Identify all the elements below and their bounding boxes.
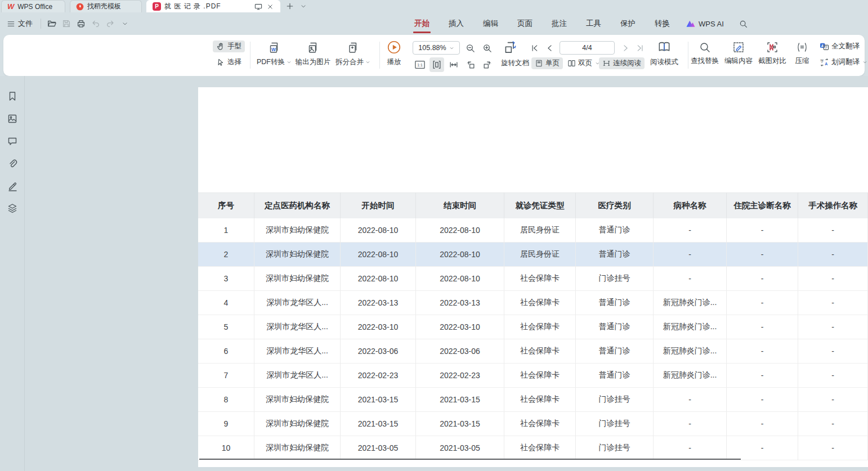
svg-text:字: 字: [820, 59, 824, 63]
rotate-document-button[interactable]: 旋转文档: [498, 57, 533, 69]
undo-button[interactable]: [88, 16, 103, 31]
table-cell: 2021-03-15: [416, 388, 504, 412]
quick-access-chevron-icon[interactable]: [118, 16, 132, 31]
last-page-button[interactable]: [633, 41, 647, 55]
redo-button[interactable]: [103, 16, 118, 31]
pdf-convert-button[interactable]: W PDF转换: [254, 41, 294, 67]
play-button[interactable]: 播放: [382, 40, 406, 67]
search-menu-icon[interactable]: [736, 16, 751, 31]
prev-page-button[interactable]: [542, 41, 557, 55]
rotate-left-button[interactable]: [463, 57, 478, 72]
zoom-in-button[interactable]: [480, 41, 494, 55]
table-cell: 深圳市妇幼保健院: [254, 243, 341, 267]
save-button[interactable]: [59, 16, 74, 31]
table-cell: -: [654, 436, 727, 460]
table-row: 5深圳市龙华区人...2022-03-102022-03-10社会保障卡普通门诊…: [198, 315, 868, 339]
comment-icon[interactable]: [7, 136, 18, 147]
table-cell: 普通门诊: [576, 218, 654, 243]
bookmark-icon[interactable]: [7, 91, 18, 102]
table-cell: -: [727, 339, 798, 364]
compress-button[interactable]: 压缩: [789, 41, 815, 66]
document-viewport[interactable]: 序号定点医药机构名称开始时间结束时间就诊凭证类型医疗类别病种名称住院主诊断名称手…: [0, 76, 868, 471]
table-cell: 2022-03-06: [416, 339, 504, 364]
table-bottom-border: [199, 459, 741, 460]
table-cell: 居民身份证: [504, 243, 576, 267]
tab-annotate[interactable]: 批注: [548, 13, 570, 34]
table-cell: 深圳市龙华区人...: [254, 364, 341, 388]
next-page-button[interactable]: [618, 41, 633, 55]
page-number-input[interactable]: 4/4: [560, 41, 615, 55]
wps-ai-logo-icon: [686, 20, 696, 28]
edit-content-button[interactable]: 编辑内容: [723, 41, 754, 66]
edit-pencil-icon: [732, 41, 745, 53]
hand-tool-button[interactable]: 手型: [213, 41, 245, 52]
single-page-button[interactable]: 单页: [531, 57, 563, 69]
export-image-button[interactable]: 输出为图片: [292, 41, 334, 67]
first-page-button[interactable]: [527, 41, 542, 55]
zoom-out-button[interactable]: [463, 41, 477, 55]
table-cell: -: [798, 436, 868, 460]
close-tab-icon[interactable]: [266, 3, 274, 11]
tab-protect[interactable]: 保护: [617, 13, 639, 34]
table-cell: 普通门诊: [576, 291, 654, 315]
layers-icon[interactable]: [7, 203, 18, 214]
select-tool-button[interactable]: 选择: [213, 56, 245, 68]
double-page-button[interactable]: 双页: [564, 57, 603, 69]
fit-page-button[interactable]: [429, 57, 444, 72]
tab-docer-templates[interactable]: 找稻壳模板: [70, 0, 142, 12]
table-cell: 2022-08-10: [341, 267, 416, 291]
word-translate-button[interactable]: 字A 划词翻译: [816, 56, 868, 68]
screen-cast-icon[interactable]: [254, 2, 263, 11]
word-translate-label: 划词翻译: [831, 57, 860, 67]
menu-bar: 文件 开始 插入 编辑 页面 批注 工具 保护 转换 WPS AI: [0, 12, 868, 35]
tab-tools[interactable]: 工具: [583, 13, 605, 34]
file-menu-button[interactable]: 文件: [0, 19, 37, 29]
actual-size-button[interactable]: 1:1: [413, 57, 427, 72]
continuous-read-button[interactable]: 连续阅读: [599, 57, 645, 69]
pdf-logo-icon: P: [153, 2, 161, 11]
signature-icon[interactable]: [7, 181, 18, 192]
attachment-icon[interactable]: [7, 158, 18, 169]
page-indicator-value: 4/4: [582, 44, 592, 52]
table-cell: 门诊挂号: [576, 436, 654, 460]
open-file-button[interactable]: [44, 16, 59, 31]
table-body: 1深圳市妇幼保健院2022-08-102022-08-10居民身份证普通门诊--…: [198, 218, 868, 460]
table-cell: 新冠肺炎门诊...: [654, 339, 727, 364]
new-tab-button[interactable]: [284, 0, 296, 12]
tab-list-chevron-icon[interactable]: [297, 0, 310, 12]
tab-convert[interactable]: 转换: [651, 13, 673, 34]
rotate-pages-button[interactable]: [501, 39, 519, 56]
tab-start[interactable]: 开始: [411, 13, 433, 34]
thumbnail-icon[interactable]: [7, 113, 18, 124]
table-row: 7深圳市龙华区人...2022-02-232022-02-23社会保障卡普通门诊…: [198, 364, 868, 388]
rotate-right-button[interactable]: [480, 57, 495, 72]
divider: [41, 19, 41, 29]
table-cell: 社会保障卡: [504, 436, 576, 460]
table-cell: 新冠肺炎门诊...: [654, 291, 727, 315]
table-cell: 8: [198, 388, 254, 412]
tab-insert[interactable]: 插入: [445, 13, 467, 34]
print-button[interactable]: [74, 16, 88, 31]
full-translate-button[interactable]: A字 全文翻译: [816, 41, 863, 52]
tab-wps-office[interactable]: W WPS Office: [1, 0, 65, 12]
table-cell: -: [798, 388, 868, 412]
table-row: 9深圳市妇幼保健院2021-03-152021-03-15社会保障卡门诊挂号--…: [198, 412, 868, 436]
table-cell: -: [798, 291, 868, 315]
table-cell: 门诊挂号: [576, 267, 654, 291]
screenshot-compare-button[interactable]: 截图对比: [757, 41, 788, 66]
table-row: 2深圳市妇幼保健院2022-08-102022-08-10居民身份证普通门诊--…: [198, 243, 868, 267]
table-cell: -: [654, 267, 727, 291]
zoom-level-input[interactable]: 105.88%: [413, 41, 460, 55]
wps-ai-button[interactable]: WPS AI: [686, 20, 724, 28]
table-header-cell: 医疗类别: [576, 192, 654, 218]
tab-page[interactable]: 页面: [514, 13, 536, 34]
tab-document[interactable]: P 就 医 记 录 .PDF: [146, 0, 280, 12]
split-merge-button[interactable]: 拆分合并: [333, 41, 373, 67]
pdf-convert-icon: W: [267, 41, 281, 55]
tab-edit[interactable]: 编辑: [480, 13, 502, 34]
find-replace-button[interactable]: 查找替换: [689, 41, 721, 66]
read-mode-button[interactable]: 阅读模式: [648, 40, 680, 67]
table-cell: -: [798, 412, 868, 436]
table-cell: 2022-08-10: [416, 218, 504, 243]
fit-width-button[interactable]: [446, 57, 461, 72]
